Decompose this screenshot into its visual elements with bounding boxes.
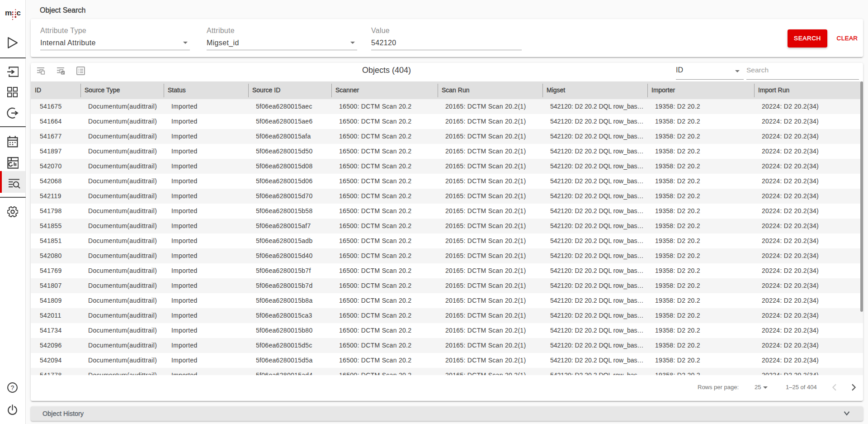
svg-text:m: m [5, 9, 12, 17]
svg-text:?: ? [11, 384, 14, 391]
svg-text:c: c [17, 9, 21, 17]
